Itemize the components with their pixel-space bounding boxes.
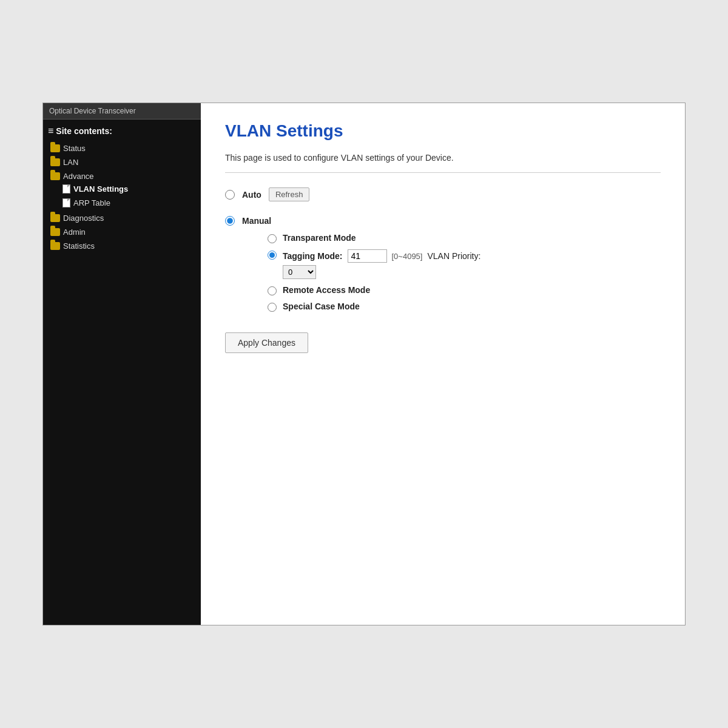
manual-radio-row: Manual — [225, 216, 661, 226]
sidebar: Optical Device Transceiver Site contents… — [43, 103, 201, 625]
nav-item-lan[interactable]: LAN — [48, 155, 196, 169]
nav-tree: Status LAN Advance — [48, 141, 196, 253]
nav-label-lan: LAN — [63, 158, 78, 167]
folder-icon-admin — [50, 228, 60, 236]
sidebar-header-text: Optical Device Transceiver — [49, 107, 136, 115]
manual-label[interactable]: Manual — [242, 216, 271, 226]
nav-label-advance: Advance — [63, 172, 94, 181]
nav-label-arp-table: ARP Table — [73, 198, 110, 207]
auto-radio-row: Auto Refresh — [225, 187, 661, 201]
nav-label-statistics: Statistics — [63, 241, 95, 251]
tagging-mode-label: Tagging Mode: — [283, 251, 343, 261]
nav-label-diagnostics: Diagnostics — [63, 214, 104, 223]
vlan-priority-label: VLAN Priority: — [427, 251, 480, 261]
section-divider — [225, 172, 661, 173]
tagging-mode-input[interactable] — [348, 249, 387, 263]
tagging-range: [0~4095] — [392, 252, 423, 261]
nav-item-statistics[interactable]: Statistics — [48, 239, 196, 253]
main-content: VLAN Settings This page is used to confi… — [201, 103, 685, 625]
tagging-radio[interactable] — [268, 251, 277, 260]
sidebar-content: Site contents: Status LAN — [43, 120, 201, 259]
nav-item-vlan-settings[interactable]: VLAN Settings — [60, 182, 196, 196]
nav-item-status[interactable]: Status — [48, 141, 196, 155]
sidebar-header: Optical Device Transceiver — [43, 103, 201, 120]
nav-item-admin[interactable]: Admin — [48, 225, 196, 239]
transparent-radio[interactable] — [268, 234, 277, 243]
page-title: VLAN Settings — [225, 121, 661, 141]
page-icon-arp — [62, 198, 70, 207]
page-icon-vlan — [62, 184, 70, 194]
manual-sub-options: Transparent Mode Tagging Mode: [0~4095] … — [268, 233, 661, 312]
nav-label-admin: Admin — [63, 228, 86, 237]
tagging-radio-row: Tagging Mode: [0~4095] VLAN Priority: 0 … — [268, 249, 661, 279]
special-case-radio[interactable] — [268, 303, 277, 312]
folder-icon-advance — [50, 172, 60, 180]
nav-label-vlan-settings: VLAN Settings — [73, 184, 128, 194]
transparent-label[interactable]: Transparent Mode — [283, 233, 356, 243]
priority-select-row: 0 1 2 3 4 5 6 7 — [283, 263, 480, 279]
site-contents-title: Site contents: — [48, 126, 196, 136]
page-description: This page is used to configure VLAN sett… — [225, 153, 661, 163]
priority-select[interactable]: 0 1 2 3 4 5 6 7 — [283, 265, 316, 279]
remote-access-radio[interactable] — [268, 286, 277, 295]
folder-icon-statistics — [50, 242, 60, 250]
manual-section: Manual Transparent Mode Tagging Mode: [0 — [225, 216, 661, 312]
special-case-label[interactable]: Special Case Mode — [283, 302, 360, 311]
tagging-options-group: Tagging Mode: [0~4095] VLAN Priority: 0 … — [283, 249, 480, 279]
manual-radio[interactable] — [225, 216, 235, 226]
special-case-radio-row: Special Case Mode — [268, 302, 661, 312]
tagging-row: Tagging Mode: [0~4095] VLAN Priority: — [283, 249, 480, 263]
refresh-button[interactable]: Refresh — [269, 187, 310, 201]
site-contents-label: Site contents: — [56, 126, 112, 136]
advance-sub-tree: VLAN Settings ARP Table — [48, 182, 196, 210]
folder-icon-diagnostics — [50, 214, 60, 222]
remote-access-radio-row: Remote Access Mode — [268, 285, 661, 295]
browser-window: Optical Device Transceiver Site contents… — [42, 103, 686, 625]
auto-label[interactable]: Auto — [242, 190, 261, 200]
nav-item-diagnostics[interactable]: Diagnostics — [48, 211, 196, 225]
auto-radio[interactable] — [225, 190, 235, 200]
remote-access-label[interactable]: Remote Access Mode — [283, 285, 370, 295]
folder-icon-status — [50, 144, 60, 152]
nav-item-advance[interactable]: Advance VLAN Settings ARP Ta — [48, 169, 196, 211]
apply-changes-button[interactable]: Apply Changes — [225, 332, 308, 353]
nav-item-arp-table[interactable]: ARP Table — [60, 196, 196, 210]
nav-label-status: Status — [63, 144, 86, 153]
transparent-radio-row: Transparent Mode — [268, 233, 661, 243]
folder-icon-lan — [50, 158, 60, 166]
